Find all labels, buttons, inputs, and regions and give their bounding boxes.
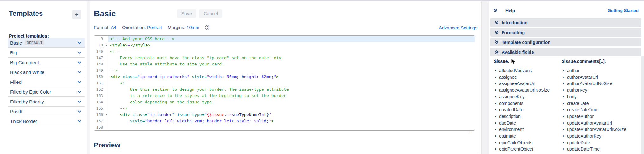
code-line-content[interactable]: is a reference to the styles at the begi… xyxy=(108,93,475,99)
code-token: <!-- xyxy=(110,81,130,85)
help-section-template-configuration[interactable]: Template configuration xyxy=(490,38,641,46)
fold-expanded-icon[interactable]: ▾ xyxy=(105,112,107,118)
line-number: 149 xyxy=(94,67,108,74)
collapse-panel-icon[interactable] xyxy=(493,9,497,13)
template-item[interactable]: Thick Border xyxy=(8,116,85,126)
field-item: assignee xyxy=(494,74,562,81)
template-item[interactable]: Black and White xyxy=(8,67,85,77)
orientation-setting: Orientation: Portrait xyxy=(122,25,162,30)
code-line-content[interactable]: <div class="ip-card ip-cutmarks" style="… xyxy=(108,74,475,80)
templates-sidebar: Templates + Project templates: BasicDEFA… xyxy=(0,1,90,154)
field-item: description xyxy=(494,113,562,120)
code-line-content[interactable]: <!-- xyxy=(108,80,475,86)
editor-line: 151 <!-- xyxy=(94,80,475,86)
field-item: epicChildObjects xyxy=(494,139,562,146)
margins-value-link[interactable]: 10mm xyxy=(186,25,199,30)
template-item[interactable]: Filled by Epic Color xyxy=(8,87,85,97)
sidebar-scrollbar[interactable] xyxy=(87,1,90,154)
editor-line: 148 Use the style attribute to size your… xyxy=(94,61,475,67)
line-number: 150 xyxy=(94,74,108,80)
line-number: 151 xyxy=(94,80,108,86)
code-line-content[interactable]: Every template must have the class "ip-c… xyxy=(108,55,475,61)
chevron-down-icon[interactable] xyxy=(77,61,81,64)
code-editor[interactable]: 9<!-- Add your CSS here -->10▸<style>↔</… xyxy=(94,35,475,131)
cancel-button[interactable]: Cancel xyxy=(199,9,222,18)
code-line-content[interactable]: <!-- xyxy=(108,48,475,55)
code-line-content[interactable]: <div class="ip-border" issue-type="{$iss… xyxy=(108,112,475,118)
fields-column: $issue.affectedVersionsassigneeassigneeA… xyxy=(494,59,562,152)
double-chevron-down-icon xyxy=(495,21,498,25)
help-question-icon[interactable]: ? xyxy=(205,25,210,30)
line-number: 153 xyxy=(94,93,108,99)
code-line-content[interactable]: --> xyxy=(108,105,475,112)
code-token: --> xyxy=(110,106,127,111)
line-number: 157 xyxy=(94,118,108,124)
add-template-button[interactable]: + xyxy=(72,10,81,19)
template-item[interactable]: PostIt xyxy=(8,107,85,116)
code-line-content[interactable]: <!-- Add your CSS here --> xyxy=(108,36,475,42)
code-token: <!-- xyxy=(110,49,120,54)
getting-started-link[interactable]: Getting Started xyxy=(608,8,639,13)
chevron-down-icon[interactable] xyxy=(77,110,81,113)
preview-title: Preview xyxy=(94,141,120,149)
code-line-content[interactable]: <style>↔</style> xyxy=(108,42,475,48)
template-list: BasicDEFAULTBigBig CommentBlack and Whit… xyxy=(8,38,85,126)
chevron-down-icon[interactable] xyxy=(77,51,81,54)
template-item-label: Filled by Epic Color xyxy=(10,89,51,95)
collapsed-fold-widget[interactable]: ↔ xyxy=(127,43,131,47)
field-item: createDateTime xyxy=(562,107,626,113)
code-line-content[interactable]: Use the style attribute to size your car… xyxy=(108,61,475,67)
template-item-label: Black and White xyxy=(10,70,44,75)
line-number: 148 xyxy=(94,61,108,67)
double-chevron-down-icon xyxy=(495,30,498,34)
code-token: Use this section to design your border. … xyxy=(110,87,289,92)
code-token: style= xyxy=(130,119,145,123)
field-item: updateDateTime xyxy=(562,146,626,152)
code-token: --> xyxy=(110,68,117,73)
code-token xyxy=(110,112,120,117)
fields-list: authorauthorAvatarUrlauthorAvatarUrlNoSi… xyxy=(562,67,626,152)
chevron-down-icon[interactable] xyxy=(77,41,81,44)
main-scrollbar[interactable] xyxy=(481,1,489,154)
help-section-introduction[interactable]: Introduction xyxy=(490,18,641,27)
help-section-label: Available fields xyxy=(502,50,534,55)
code-line-content[interactable]: style="border-left-width: 2mm; border-le… xyxy=(108,118,475,124)
template-item[interactable]: Filled by Priority xyxy=(8,97,85,107)
template-item[interactable]: BasicDEFAULT xyxy=(8,38,85,48)
line-number: 154 xyxy=(94,99,108,105)
help-section-label: Introduction xyxy=(502,20,528,25)
chevron-down-icon[interactable] xyxy=(77,81,81,83)
code-line-content[interactable] xyxy=(108,124,475,131)
chevron-down-icon[interactable] xyxy=(77,100,81,103)
save-button[interactable]: Save xyxy=(177,9,196,18)
chevron-down-icon[interactable] xyxy=(77,120,81,123)
available-fields: $issue.affectedVersionsassigneeassigneeA… xyxy=(490,59,641,152)
page-settings-toolbar: Format: A4 Orientation: Portrait Margins… xyxy=(94,25,210,30)
help-section-formatting[interactable]: Formatting xyxy=(490,28,641,37)
template-item[interactable]: Big Comment xyxy=(8,58,85,67)
advanced-settings-link[interactable]: Advanced Settings xyxy=(439,25,477,30)
format-value-link[interactable]: A4 xyxy=(111,25,116,30)
chevron-down-icon[interactable] xyxy=(77,71,81,74)
fold-collapsed-icon[interactable]: ▸ xyxy=(105,42,107,48)
editor-resize-handle[interactable]: ··· xyxy=(464,129,476,134)
chevron-down-icon[interactable] xyxy=(77,90,81,93)
code-token: " xyxy=(269,112,271,117)
code-token: .issueTypeNameInt} xyxy=(224,112,269,117)
margins-label: Margins: xyxy=(168,25,185,30)
code-line-content[interactable]: Use this section to design your border. … xyxy=(108,86,475,93)
help-panel-scrollbar[interactable] xyxy=(641,56,644,154)
code-line-content[interactable]: color depending on the issue type. xyxy=(108,99,475,105)
code-token: Every template must have the class "ip-c… xyxy=(110,55,284,60)
template-item[interactable]: Filled xyxy=(8,77,85,87)
code-token: Use the style attribute to size your car… xyxy=(110,62,224,66)
fields-column: $issue.comments[..].authorauthorAvatarUr… xyxy=(562,59,626,152)
template-item[interactable]: Big xyxy=(8,48,85,58)
orientation-value-link[interactable]: Portrait xyxy=(147,25,162,30)
help-section-available-fields[interactable]: Available fields xyxy=(490,48,641,56)
fields-column-header: $issue.comments[..]. xyxy=(562,59,626,64)
editor-line: 146<!-- xyxy=(94,48,475,55)
template-item-label: Filled xyxy=(10,79,22,85)
code-line-content[interactable]: --> xyxy=(108,67,475,74)
field-item: author xyxy=(562,67,626,74)
